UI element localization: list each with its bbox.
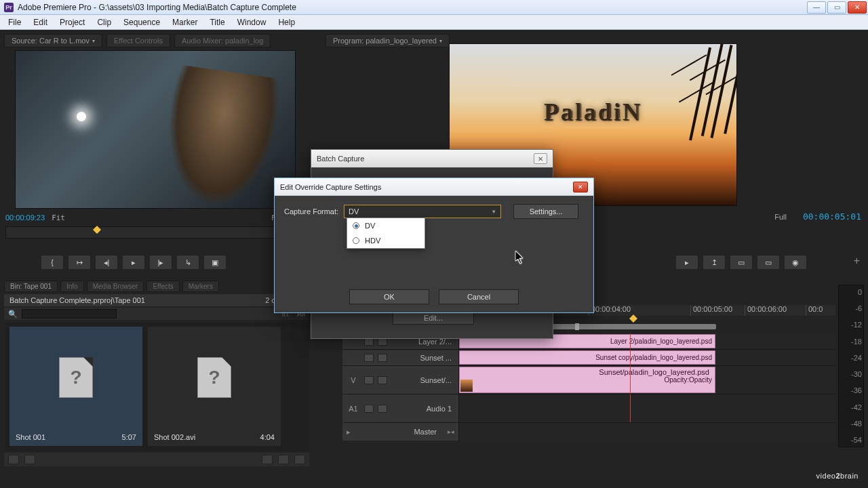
menu-clip[interactable]: Clip [92,16,117,28]
prog-extract2-button[interactable]: ▭ [757,255,780,270]
menu-file[interactable]: File [3,16,26,28]
tab-bin[interactable]: Bin: Tape 001 [4,281,58,292]
minimize-button[interactable]: — [807,1,826,14]
bin-duration: 4:04 [260,433,275,441]
expand-icon[interactable]: ▸ [347,428,351,436]
menu-sequence[interactable]: Sequence [118,16,165,28]
option-label: DV [365,222,375,230]
menu-marker[interactable]: Marker [167,16,203,28]
source-monitor[interactable] [15,50,296,209]
mark-in-button[interactable]: { [41,255,64,270]
eye-icon[interactable] [364,354,374,362]
bin-duration: 5:07 [122,433,136,441]
ok-button[interactable]: OK [349,289,429,304]
option-hdv[interactable]: HDV [347,233,425,248]
clip-fx[interactable]: Opacity:Opacity [664,376,712,384]
chevron-down-icon: ▾ [439,38,442,44]
search-input[interactable] [22,309,117,319]
settings-button[interactable]: Settings... [513,204,578,219]
trash-icon[interactable] [294,455,305,464]
batch-titlebar[interactable]: Batch Capture ✕ [311,150,553,167]
source-ruler[interactable] [5,226,311,239]
mute-icon[interactable] [364,405,374,413]
playhead[interactable] [630,366,631,394]
track-head-master[interactable]: ▸ Master ▸◂ [342,423,459,441]
track-head-v1[interactable]: V Sunset/... [342,366,459,394]
option-dv[interactable]: DV [347,218,425,233]
insert-button[interactable]: ↦ [68,255,91,270]
track-body[interactable] [459,423,835,441]
source-transport: { ↦ ◂| ▸ |▸ ↳ ▣ [41,253,226,271]
prog-lift-button[interactable]: ↥ [703,255,726,270]
tab-effect-controls[interactable]: Effect Controls [106,34,170,47]
tab-program[interactable]: Program: paladin_logo_layered▾ [326,34,450,47]
export-frame-button[interactable]: ▣ [203,255,226,270]
collapse-icon[interactable]: ▸◂ [448,428,454,435]
tab-effects[interactable]: Effects [146,281,179,292]
project-tabs: Bin: Tape 001 Info Media Browser Effects… [4,281,219,292]
playhead[interactable] [630,394,631,422]
batch-edit-button[interactable]: Edit... [393,311,474,325]
overwrite-button[interactable]: ↳ [176,255,199,270]
track-body[interactable]: Sunset copy/paladin_logo_layered.psd [459,350,835,365]
solo-icon[interactable] [378,405,387,413]
ruler-tick: 00:00:05:00 [690,305,732,316]
playhead[interactable] [630,350,631,365]
menu-window[interactable]: Window [232,16,272,28]
icon-view-icon[interactable] [24,455,35,464]
play-button[interactable]: ▸ [122,255,145,270]
source-fit[interactable]: Fit [52,214,65,222]
clip-v1[interactable]: Sunset/paladin_logo_layered.psd Opacity:… [459,367,715,393]
prog-play-button[interactable]: ▸ [675,255,698,270]
new-bin-icon[interactable] [262,455,273,464]
add-button-icon[interactable]: + [854,255,860,267]
track-body[interactable]: Sunset/paladin_logo_layered.psd Opacity:… [459,366,835,394]
offline-icon: ? [59,357,93,398]
new-item-icon[interactable] [278,455,289,464]
lock-icon[interactable] [378,376,387,384]
tab-markers[interactable]: Markers [182,281,219,292]
project-footer [4,453,309,466]
marker-icon[interactable] [93,226,101,234]
maximize-button[interactable]: ▭ [827,1,846,14]
menu-edit[interactable]: Edit [28,16,53,28]
close-icon[interactable]: ✕ [534,153,547,164]
cancel-button[interactable]: Cancel [439,289,519,304]
lock-icon[interactable] [378,354,387,362]
track-head-v2[interactable]: Sunset ... [342,350,459,365]
tab-program-label: Program: paladin_logo_layered [333,37,437,45]
tab-audio-mixer[interactable]: Audio Mixer: paladin_log [174,34,271,47]
playhead[interactable] [630,333,631,349]
clip-v2[interactable]: Sunset copy/paladin_logo_layered.psd [459,350,715,365]
program-full[interactable]: Full [774,213,787,221]
search-icon[interactable]: 🔍 [8,310,18,319]
meter-tick: -12 [850,321,862,329]
bin-item[interactable]: ? Shot 002.avi 4:04 [148,327,281,446]
menu-project[interactable]: Project [54,16,90,28]
tab-source[interactable]: Source: Car R to L.mov▾ [4,34,102,47]
close-button[interactable]: ✕ [848,1,867,14]
timeline-tracks: Layer 2/... Layer 2/paladin_logo_layered… [342,333,835,447]
track-name: Sunset/... [391,376,454,384]
tab-info[interactable]: Info [60,281,84,292]
window-titlebar: Pr Adobe Premiere Pro - G:\assets\03 Imp… [0,0,868,15]
step-fwd-button[interactable]: |▸ [149,255,172,270]
track-body[interactable] [459,394,835,422]
eye-icon[interactable] [364,376,374,384]
program-transport: ▸ ↥ ▭ ▭ ◉ [675,253,807,271]
override-titlebar[interactable]: Edit Override Capture Settings ✕ [275,178,593,196]
prog-camera-button[interactable]: ◉ [784,255,807,270]
prog-extract-button[interactable]: ▭ [730,255,753,270]
list-view-icon[interactable] [8,455,19,464]
bin-item[interactable]: ? Shot 001 5:07 [9,327,142,446]
menu-help[interactable]: Help [273,16,300,28]
capture-format-select[interactable]: DV ▼ [344,205,501,218]
source-tabs: Source: Car R to L.mov▾ Effect Controls … [4,34,271,47]
meter-tick: -18 [850,338,862,346]
close-icon[interactable]: ✕ [573,182,588,192]
track-v1: V Sunset/... Sunset/paladin_logo_layered… [342,366,835,394]
tab-media-browser[interactable]: Media Browser [87,281,144,292]
menu-title[interactable]: Title [204,16,230,28]
track-head-a1[interactable]: A1 Audio 1 [342,394,459,422]
step-back-button[interactable]: ◂| [95,255,118,270]
